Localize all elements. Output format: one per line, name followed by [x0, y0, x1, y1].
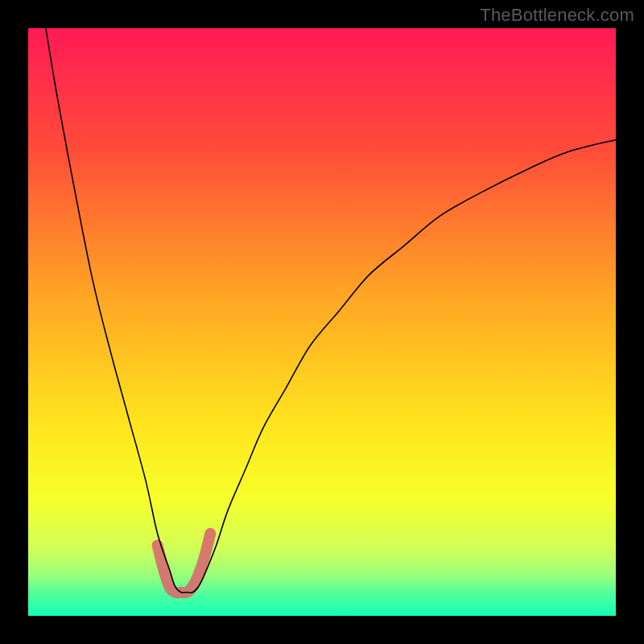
watermark-label: TheBottleneck.com [480, 5, 634, 26]
plot-area [28, 28, 616, 616]
bottleneck-chart [28, 28, 616, 616]
outer-black-frame: TheBottleneck.com [0, 0, 644, 644]
highlight-segment [158, 534, 211, 593]
bottleneck-curve-path [46, 28, 616, 592]
